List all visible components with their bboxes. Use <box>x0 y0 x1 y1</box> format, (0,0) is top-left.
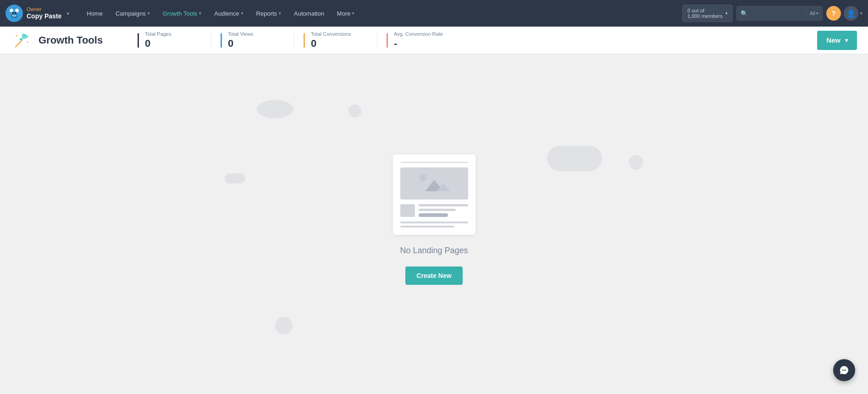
stat-avg-value: - <box>394 38 451 50</box>
help-button[interactable]: ? <box>826 6 841 21</box>
nav-campaigns-label: Campaigns <box>116 10 146 17</box>
svg-point-7 <box>16 35 17 36</box>
stat-pages-label: Total Pages <box>145 31 202 37</box>
empty-state: No Landing Pages Create New <box>393 155 475 285</box>
growth-tools-arrow: ▾ <box>199 11 201 16</box>
stat-views-value: 0 <box>228 38 285 50</box>
svg-point-4 <box>12 12 14 14</box>
card-image <box>400 167 468 200</box>
stat-conversions-value: 0 <box>311 38 368 50</box>
logo-icon <box>6 5 23 22</box>
card-line-top <box>400 162 468 163</box>
nav-owner-label: Owner <box>27 6 61 12</box>
stat-views-label: Total Views <box>228 31 285 37</box>
nav-automation-label: Automation <box>294 10 324 17</box>
empty-title: No Landing Pages <box>400 246 468 255</box>
empty-illustration <box>393 155 475 235</box>
nav-reports[interactable]: Reports ▾ <box>250 0 288 27</box>
members-arrow: ▾ <box>725 11 728 16</box>
stat-pages-value: 0 <box>145 38 202 50</box>
nav-brand-chevron: ▾ <box>67 11 69 16</box>
nav-home-label: Home <box>87 10 103 17</box>
nav-growth-tools[interactable]: Growth Tools ▾ <box>156 0 208 27</box>
search-icon: 🔍 <box>741 10 748 17</box>
help-icon: ? <box>832 10 836 17</box>
svg-point-14 <box>842 370 843 371</box>
nav-campaigns[interactable]: Campaigns ▾ <box>109 0 156 27</box>
stat-total-views: Total Views 0 <box>221 31 285 50</box>
card-bottom-lines <box>400 222 468 228</box>
nav-home[interactable]: Home <box>80 0 109 27</box>
user-icon: 👤 <box>846 9 856 18</box>
page-title-section: Growth Tools <box>11 29 130 51</box>
reports-arrow: ▾ <box>279 11 281 16</box>
nav-reports-label: Reports <box>256 10 277 17</box>
svg-point-0 <box>7 6 22 21</box>
navbar: Owner Copy Paste ▾ Home Campaigns ▾ Grow… <box>0 0 868 27</box>
search-filter-dropdown[interactable]: All ▾ <box>807 11 818 16</box>
card-row <box>400 204 468 217</box>
card-thumb <box>400 204 415 217</box>
svg-point-9 <box>24 34 25 35</box>
nav-audience-label: Audience <box>214 10 239 17</box>
nav-brand: Owner Copy Paste <box>27 6 61 20</box>
svg-point-2 <box>15 9 19 12</box>
stat-avg-conversion: Avg. Conversion Rate - <box>387 31 451 50</box>
user-menu-button[interactable]: 👤 <box>844 6 858 21</box>
nav-growth-tools-label: Growth Tools <box>163 10 198 17</box>
svg-point-5 <box>15 12 17 14</box>
audience-arrow: ▾ <box>241 11 243 16</box>
nav-logo[interactable]: Owner Copy Paste ▾ <box>6 5 77 22</box>
search-input[interactable] <box>750 10 805 17</box>
more-arrow: ▾ <box>352 11 354 16</box>
nav-automation[interactable]: Automation <box>287 0 331 27</box>
nav-more-label: More <box>337 10 351 17</box>
nav-brand-name: Copy Paste <box>27 12 61 20</box>
chat-button[interactable] <box>833 359 855 381</box>
stat-avg-label: Avg. Conversion Rate <box>394 31 451 37</box>
nav-more[interactable]: More ▾ <box>331 0 361 27</box>
stat-total-pages: Total Pages 0 <box>138 31 202 50</box>
stats-bar: Growth Tools Total Pages 0 Total Views 0… <box>0 27 868 54</box>
svg-point-16 <box>845 370 846 371</box>
members-dropdown[interactable]: 0 out of 1,000 members ▾ <box>682 5 732 22</box>
blob-4 <box>275 317 293 334</box>
blob-2 <box>547 146 602 171</box>
blob-6 <box>225 173 245 183</box>
svg-point-13 <box>419 174 426 181</box>
campaigns-arrow: ▾ <box>148 11 150 16</box>
members-text: 0 out of 1,000 members <box>687 8 722 19</box>
search-filter-label: All <box>810 11 815 16</box>
svg-point-6 <box>20 38 22 41</box>
blob-1 <box>257 100 293 118</box>
divider-2 <box>294 31 294 50</box>
page-title: Growth Tools <box>39 34 103 46</box>
new-button[interactable]: New ▾ <box>817 31 857 50</box>
stat-total-conversions: Total Conversions 0 <box>304 31 368 50</box>
search-box[interactable]: 🔍 All ▾ <box>736 6 823 21</box>
svg-point-1 <box>10 9 13 12</box>
search-filter-arrow: ▾ <box>816 11 818 16</box>
divider-3 <box>377 31 377 50</box>
svg-point-15 <box>844 370 845 371</box>
new-button-arrow: ▾ <box>845 37 848 44</box>
stat-conversions-label: Total Conversions <box>311 31 368 37</box>
divider-1 <box>211 31 211 50</box>
blob-3 <box>348 105 361 117</box>
create-new-button[interactable]: Create New <box>405 266 462 285</box>
user-menu-arrow[interactable]: ▾ <box>860 11 862 16</box>
card-text-lines <box>419 204 468 217</box>
main-content: No Landing Pages Create New <box>0 54 868 394</box>
svg-point-8 <box>27 41 28 43</box>
growth-tools-icon <box>11 29 33 51</box>
blob-5 <box>629 155 643 170</box>
nav-audience[interactable]: Audience ▾ <box>208 0 249 27</box>
new-button-label: New <box>826 36 840 44</box>
